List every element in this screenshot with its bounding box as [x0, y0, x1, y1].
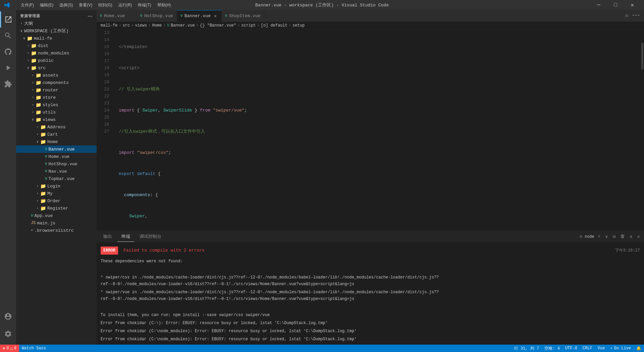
- panel-trash-button[interactable]: 🗑: [619, 233, 626, 240]
- breadcrumb-object[interactable]: {} "Banner.vue": [200, 23, 236, 28]
- status-spaces[interactable]: 空格: 4: [542, 345, 562, 352]
- tab-shopitem-vue[interactable]: V ShopItem.vue: [222, 10, 264, 22]
- sidebar-item-src[interactable]: ∨ 📁 src: [16, 64, 97, 72]
- menu-edit[interactable]: 编辑(E): [37, 1, 56, 9]
- sidebar-item-mall-fe[interactable]: ∨ 📁 mall-fe: [16, 35, 97, 42]
- menu-view[interactable]: 查看(V): [76, 1, 95, 9]
- activity-search-icon[interactable]: [0, 28, 16, 44]
- components-folder-icon: 📁: [36, 80, 41, 86]
- scrollbar-thumb[interactable]: [641, 43, 643, 70]
- status-language[interactable]: Vue: [595, 345, 608, 352]
- sidebar-item-utils[interactable]: › 📁 utils: [16, 108, 97, 116]
- menu-terminal[interactable]: 终端(T): [135, 1, 154, 9]
- tab-hotshop-vue[interactable]: V HotShop.vue: [137, 10, 177, 22]
- activity-extensions-icon[interactable]: [0, 76, 16, 92]
- assets-chevron-icon: ›: [30, 74, 36, 77]
- tab-shopitem-vue-label: ShopItem.vue: [229, 13, 261, 18]
- code-editor[interactable]: 13 14 15 16 17 18 19 20 21 22 23 24 25 2…: [97, 29, 644, 230]
- sidebar-item-app-vue[interactable]: V App.vue: [16, 212, 97, 219]
- activity-explorer-icon[interactable]: [0, 11, 16, 28]
- breadcrumb-src[interactable]: src: [123, 23, 130, 28]
- more-tabs-button[interactable]: •••: [631, 12, 641, 20]
- sidebar-item-my[interactable]: › 📁 My: [16, 190, 97, 197]
- activity-settings-icon[interactable]: [0, 326, 16, 342]
- status-go-live[interactable]: ⚡ Go Live: [607, 345, 634, 352]
- sidebar-item-components[interactable]: › 📁 components: [16, 79, 97, 86]
- status-errors[interactable]: ⊗ 0 △ 0: [0, 345, 19, 352]
- topbar-vue-icon: V: [45, 177, 47, 181]
- code-content[interactable]: </template> <script> // 引入swiper模块 impor…: [113, 29, 641, 230]
- menu-help[interactable]: 帮助(H): [155, 1, 174, 9]
- sidebar-item-styles[interactable]: › 📁 styles: [16, 101, 97, 108]
- status-notifications[interactable]: 🔔: [634, 345, 644, 352]
- status-encoding[interactable]: UTF-8: [562, 345, 580, 352]
- sidebar-item-order[interactable]: › 📁 Order: [16, 197, 97, 205]
- menu-run[interactable]: 运行(R): [116, 1, 135, 9]
- breadcrumb-home[interactable]: Home: [152, 23, 162, 28]
- breadcrumb-setup[interactable]: setup: [292, 23, 305, 28]
- sidebar-item-nav-vue[interactable]: V Nav.vue: [16, 168, 97, 175]
- sidebar-item-home[interactable]: ∨ 📁 Home: [16, 138, 97, 145]
- public-chevron-icon: ›: [25, 59, 31, 62]
- sidebar-item-dist[interactable]: › 📁 dist: [16, 42, 97, 49]
- sidebar-item-node-modules[interactable]: › 📁 node_modules: [16, 49, 97, 57]
- split-editor-button[interactable]: ⊟: [624, 12, 630, 20]
- warning-count: 0: [14, 346, 16, 351]
- panel-split-button[interactable]: ⊟: [611, 233, 617, 240]
- maximize-button[interactable]: □: [608, 0, 623, 10]
- sidebar-item-cart[interactable]: › 📁 Cart: [16, 131, 97, 138]
- sidebar-item-banner-vue[interactable]: V Banner.vue: [16, 145, 97, 153]
- editor-scrollbar[interactable]: [641, 29, 644, 230]
- tab-home-vue[interactable]: V Home.vue: [97, 10, 137, 22]
- sidebar-item-workspace[interactable]: ∨ WORKSPACE (工作区): [16, 27, 97, 35]
- hotshop-vue-icon: V: [45, 162, 47, 166]
- sidebar-item-hotshop-vue[interactable]: V HotShop.vue: [16, 160, 97, 168]
- sidebar-item-address[interactable]: › 📁 Address: [16, 123, 97, 131]
- breadcrumb-banner-vue[interactable]: Banner.vue: [171, 23, 195, 28]
- sidebar-item-register[interactable]: › 📁 Register: [16, 205, 97, 212]
- panel-content[interactable]: ERROR Failed to compile with 2 errors 下午…: [97, 243, 644, 345]
- line-num-24: 24: [97, 107, 109, 114]
- panel-add-button[interactable]: +: [596, 233, 602, 240]
- window-controls[interactable]: ─ □ ✕: [591, 0, 640, 10]
- menu-select[interactable]: 选择(S): [57, 1, 75, 9]
- tab-banner-vue[interactable]: V Banner.vue ✕: [177, 10, 222, 22]
- sidebar-item-home-vue[interactable]: V Home.vue: [16, 153, 97, 160]
- panel-dropdown-button[interactable]: ∨: [604, 233, 609, 240]
- sidebar-item-label: Order: [47, 199, 60, 204]
- sidebar-item-topbar-vue[interactable]: V Topbar.vue: [16, 175, 97, 182]
- menu-file[interactable]: 文件(F): [18, 1, 37, 9]
- sidebar-item-browserslistrc[interactable]: = .browserslistrc: [16, 227, 97, 234]
- sidebar-item-router[interactable]: › 📁 router: [16, 86, 97, 94]
- sidebar-item-store[interactable]: › 📁 store: [16, 94, 97, 101]
- sidebar-item-assets[interactable]: › 📁 assets: [16, 72, 97, 79]
- sidebar-item-public[interactable]: › 📁 public: [16, 57, 97, 64]
- panel-tab-debug[interactable]: 调试控制台: [136, 231, 165, 241]
- activity-run-icon[interactable]: [0, 60, 16, 76]
- sidebar-item-main-js[interactable]: JS main.js: [16, 219, 97, 227]
- activity-git-icon[interactable]: [0, 44, 16, 60]
- sidebar-item-outline[interactable]: › 大纲: [16, 20, 97, 27]
- sidebar-more-icon[interactable]: •••: [88, 14, 93, 18]
- status-position[interactable]: 行 31, 列 7: [512, 345, 542, 352]
- panel-close-button[interactable]: ✕: [636, 233, 641, 240]
- utils-folder-icon: 📁: [36, 109, 41, 115]
- menu-goto[interactable]: 转到(G): [96, 1, 115, 9]
- breadcrumb-script[interactable]: script: [241, 23, 256, 28]
- activity-account-icon[interactable]: [0, 308, 16, 324]
- minimize-button[interactable]: ─: [591, 0, 606, 10]
- panel-tab-output[interactable]: 输出: [99, 231, 116, 241]
- sidebar-item-label: Home.vue: [49, 154, 69, 159]
- sidebar-item-views[interactable]: ∨ 📁 views: [16, 116, 97, 123]
- panel-up-button[interactable]: ∧: [628, 233, 634, 240]
- breadcrumb-views[interactable]: views: [135, 23, 147, 28]
- tab-banner-vue-close-button[interactable]: ✕: [213, 13, 218, 19]
- panel-tab-terminal[interactable]: 终端: [117, 231, 134, 242]
- breadcrumb-default[interactable]: [o] default: [261, 23, 287, 28]
- status-watch-sass[interactable]: Watch Sass: [19, 345, 49, 352]
- menu-bar[interactable]: 文件(F) 编辑(E) 选择(S) 查看(V) 转到(G) 运行(R) 终端(T…: [18, 1, 173, 9]
- sidebar-item-login[interactable]: › 📁 Login: [16, 182, 97, 190]
- breadcrumb-mall-fe[interactable]: mall-fe: [101, 23, 117, 28]
- close-button[interactable]: ✕: [625, 0, 640, 10]
- status-line-endings[interactable]: CRLF: [580, 345, 595, 352]
